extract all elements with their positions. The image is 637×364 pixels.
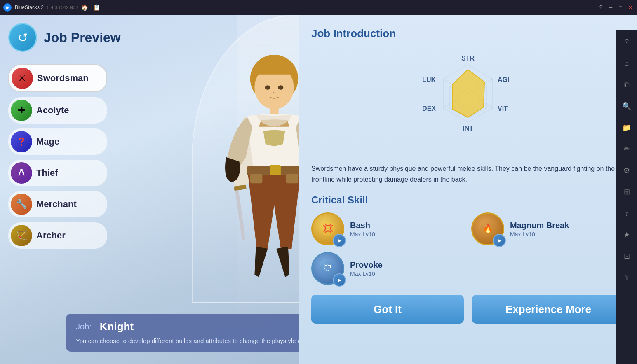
provoke-level: Max Lv10 xyxy=(350,271,383,277)
svg-text:DEX: DEX xyxy=(422,105,436,112)
svg-text:AGI: AGI xyxy=(498,76,509,83)
home-icon[interactable]: 🏠 xyxy=(81,4,88,11)
minimize-btn[interactable]: ─ xyxy=(607,4,614,11)
mage-label: Mage xyxy=(36,136,59,147)
svg-text:💢: 💢 xyxy=(322,223,334,234)
svg-rect-9 xyxy=(250,174,263,183)
merchant-icon: 🔧 xyxy=(11,194,32,215)
restore-btn[interactable]: □ xyxy=(617,4,624,11)
main-content: ↺ Job Preview ⚔ Swordsman ✚ Acolyte ❓ Ma… xyxy=(0,15,637,364)
mage-icon: ❓ xyxy=(11,131,32,152)
merchant-label: Merchant xyxy=(36,199,77,210)
bluestacks-logo: ▶ xyxy=(3,3,12,12)
sidebar-icon-help[interactable]: ? xyxy=(619,35,634,49)
bash-icon-wrap: 💢 ▶ xyxy=(311,212,344,245)
svg-rect-10 xyxy=(286,174,299,183)
skill-item-bash: 💢 ▶ Bash Max Lv10 xyxy=(311,212,465,245)
provoke-name: Provoke xyxy=(350,260,383,270)
app-name: BlueStacks 2 xyxy=(15,5,44,10)
job-name-value: Knight xyxy=(100,320,134,333)
bash-info: Bash Max Lv10 xyxy=(350,221,375,238)
provoke-icon-wrap: 🛡 ▶ xyxy=(311,252,344,285)
svg-point-5 xyxy=(278,85,284,90)
magnum-play-button[interactable]: ▶ xyxy=(493,234,506,247)
acolyte-label: Acolyte xyxy=(36,105,69,116)
svg-text:VIT: VIT xyxy=(498,105,508,112)
job-label-text: Job: xyxy=(76,322,92,331)
bash-svg: 💢 xyxy=(319,220,337,238)
bash-play-button[interactable]: ▶ xyxy=(333,234,346,247)
thief-icon xyxy=(11,162,32,184)
magnum-level: Max Lv10 xyxy=(510,231,569,238)
skill-item-provoke: 🛡 ▶ Provoke Max Lv10 xyxy=(311,252,465,285)
title-bar: ▶ BlueStacks 2 5.4.0.1042 N32 🏠 📋 ? ─ □ … xyxy=(0,0,637,15)
provoke-info: Provoke Max Lv10 xyxy=(350,260,383,277)
svg-text:STR: STR xyxy=(461,55,475,62)
sidebar-icon-arrow[interactable]: ↕ xyxy=(619,206,634,221)
radar-container: STR AGI VIT INT DEX LUK xyxy=(311,48,625,155)
svg-text:🛡: 🛡 xyxy=(324,264,332,273)
provoke-svg: 🛡 xyxy=(319,259,337,278)
radar-chart: STR AGI VIT INT DEX LUK xyxy=(402,48,534,155)
title-bar-icons: 🏠 📋 xyxy=(81,4,100,11)
sidebar-icon-search[interactable]: 🔍 xyxy=(619,99,634,114)
sidebar-icon-copy[interactable]: ⧉ xyxy=(619,77,634,92)
sidebar-icon-star[interactable]: ★ xyxy=(619,227,634,242)
magnum-info: Magnum Break Max Lv10 xyxy=(510,221,569,238)
intro-section-title: Job Introduction xyxy=(311,27,625,40)
skill-item-magnum-break: 🔥 ▶ Magnum Break Max Lv10 xyxy=(471,212,625,245)
sidebar-icon-layers[interactable]: ⊡ xyxy=(619,249,634,264)
archer-label: Archer xyxy=(36,230,66,241)
skills-grid: 💢 ▶ Bash Max Lv10 🔥 xyxy=(311,212,625,285)
thief-label: Thief xyxy=(36,168,58,178)
sidebar-icon-settings[interactable]: ⚙ xyxy=(619,163,634,178)
sidebar-icon-pencil[interactable]: ✏ xyxy=(619,142,634,156)
refresh-icon: ↺ xyxy=(18,30,28,45)
sidebar-icon-grid[interactable]: ⊞ xyxy=(619,184,634,199)
svg-text:LUK: LUK xyxy=(422,76,436,83)
magnum-name: Magnum Break xyxy=(510,221,569,230)
provoke-play-button[interactable]: ▶ xyxy=(333,273,346,287)
critical-skill-title: Critical Skill xyxy=(311,194,625,206)
bash-name: Bash xyxy=(350,221,375,230)
right-panel: Job Introduction xyxy=(299,15,637,364)
got-it-button[interactable]: Got It xyxy=(311,295,464,324)
svg-point-4 xyxy=(265,85,270,90)
swordsman-icon: ⚔ xyxy=(12,68,33,89)
experience-more-button[interactable]: Experience More xyxy=(472,295,625,324)
svg-rect-11 xyxy=(235,188,245,240)
right-sidebar: ? ⌂ ⧉ 🔍 📁 ✏ ⚙ ⊞ ↕ ★ ⊡ ⇧ xyxy=(616,30,637,364)
title-bar-controls: ? ─ □ ✕ xyxy=(597,4,634,11)
help-btn[interactable]: ? xyxy=(597,4,604,11)
magnum-icon-wrap: 🔥 ▶ xyxy=(471,212,504,245)
copy-icon[interactable]: 📋 xyxy=(93,4,100,11)
close-btn[interactable]: ✕ xyxy=(627,4,634,11)
archer-icon: 🏹 xyxy=(11,225,32,246)
refresh-button[interactable]: ↺ xyxy=(8,23,37,52)
sidebar-icon-share[interactable]: ⇧ xyxy=(619,270,634,285)
bash-level: Max Lv10 xyxy=(350,231,375,238)
magnum-svg: 🔥 xyxy=(479,220,497,238)
intro-text: Swordsmen have a sturdy physique and pow… xyxy=(311,163,625,184)
svg-marker-19 xyxy=(452,70,484,117)
thief-svg-icon xyxy=(16,167,27,179)
svg-point-1 xyxy=(20,169,23,171)
svg-text:INT: INT xyxy=(463,125,473,132)
sidebar-icon-home[interactable]: ⌂ xyxy=(619,56,634,71)
acolyte-icon: ✚ xyxy=(11,100,32,121)
svg-text:🔥: 🔥 xyxy=(483,224,493,233)
bottom-buttons: Got It Experience More xyxy=(311,295,625,324)
sidebar-icon-folder[interactable]: 📁 xyxy=(619,120,634,135)
title-bar-left: ▶ BlueStacks 2 5.4.0.1042 N32 🏠 📋 xyxy=(3,3,100,12)
app-version: 5.4.0.1042 N32 xyxy=(47,5,78,10)
